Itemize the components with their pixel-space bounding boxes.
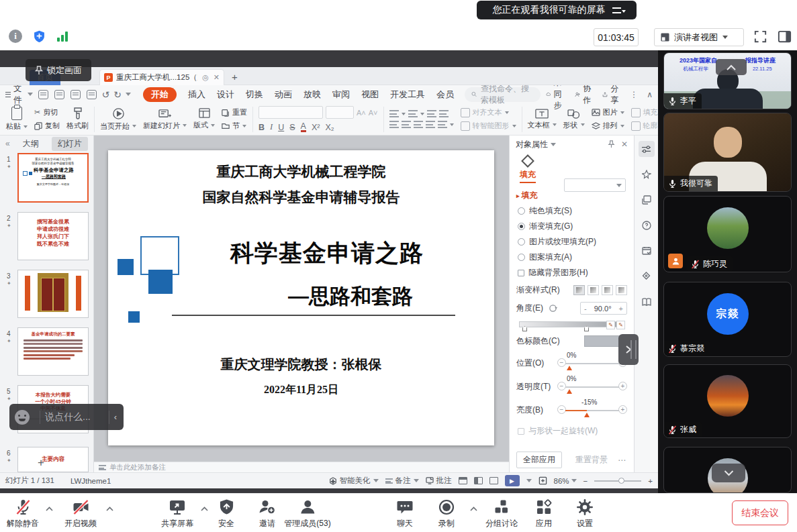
collapse-panel-icon[interactable]: «	[5, 139, 10, 148]
close-panel-icon[interactable]: ✕	[621, 140, 628, 149]
banner-menu-icon[interactable]	[612, 7, 621, 13]
reset-background-label[interactable]: 重置背景	[575, 454, 608, 466]
gradient-style-3[interactable]	[602, 285, 613, 295]
cut-button[interactable]: ✂剪切	[34, 107, 60, 117]
scroll-participants-down-button[interactable]	[712, 464, 745, 482]
picture-button[interactable]: 图片	[592, 107, 624, 117]
share-button[interactable]: 分享	[602, 83, 621, 106]
zoom-slider[interactable]	[594, 478, 641, 484]
fill-property-tab[interactable]: 填充	[516, 154, 539, 183]
reader-strip-icon[interactable]	[639, 294, 655, 310]
gradient-style-1[interactable]	[573, 285, 585, 295]
paste-button[interactable]: 粘贴	[3, 105, 31, 134]
superscript-button[interactable]: X²	[312, 123, 320, 132]
gradient-style-2[interactable]	[588, 285, 599, 295]
apps-button[interactable]: 应用	[535, 498, 553, 529]
zoom-in-button[interactable]: +	[648, 477, 653, 485]
preview-icon[interactable]	[87, 90, 97, 99]
close-tab-icon[interactable]: ✕	[214, 73, 220, 82]
slide-thumbnail-3[interactable]	[17, 270, 89, 318]
align-right-icon[interactable]	[414, 121, 423, 128]
remove-stop-button[interactable]: ✎	[616, 321, 625, 329]
section-button[interactable]: 节	[222, 121, 247, 131]
add-stop-button[interactable]: ✎	[606, 321, 615, 329]
current-slide[interactable]: 重庆工商大学机械工程学院 国家自然科学基金申请辅导报告 科学基金申请之路 —思路…	[108, 150, 494, 445]
print-icon[interactable]	[71, 90, 81, 99]
collapse-chat-icon[interactable]: ‹	[114, 412, 117, 422]
record-button[interactable]: 录制	[438, 498, 455, 529]
subscript-button[interactable]: X₂	[325, 123, 334, 132]
undo-icon[interactable]: ↺	[102, 89, 110, 100]
network-signal-icon[interactable]	[55, 29, 70, 44]
manage-members-button[interactable]: 管理成员(53)	[284, 498, 330, 529]
view-mode-dropdown[interactable]: 演讲者视图	[654, 28, 744, 46]
to-smartart-button[interactable]: 转智能图形	[461, 121, 516, 131]
quick-chat-widget[interactable]: 说点什么... ‹	[9, 404, 124, 430]
schedule-strip-icon[interactable]	[639, 243, 655, 259]
add-slide-button[interactable]: +	[38, 456, 44, 470]
side-panel-toggle-button[interactable]	[777, 29, 792, 44]
arrange-button[interactable]: 排列	[592, 121, 624, 131]
tab-slideshow[interactable]: 放映	[303, 89, 321, 101]
indent-decrease-icon[interactable]	[427, 110, 436, 117]
fill-option-pattern[interactable]: 图案填充(A)	[518, 252, 634, 263]
tab-review[interactable]: 审阅	[332, 89, 350, 101]
fill-option-solid[interactable]: 纯色填充(S)	[518, 205, 634, 217]
zoom-level[interactable]: 86%	[554, 476, 577, 485]
slides-tab[interactable]: 幻灯片	[52, 137, 88, 151]
notes-toggle-button[interactable]: 备注	[385, 476, 419, 486]
slide-thumbnail-6[interactable]: 主要内容	[17, 447, 89, 472]
breakout-rooms-button[interactable]: 分组讨论	[485, 498, 518, 529]
slideshow-play-button[interactable]: ▶	[505, 475, 520, 486]
mute-options-caret[interactable]	[46, 507, 53, 511]
font-color-button[interactable]: A	[301, 123, 306, 132]
location-strip-icon[interactable]	[639, 268, 655, 284]
emoji-icon[interactable]	[15, 410, 30, 425]
play-options-icon[interactable]	[526, 479, 532, 485]
more-menu-icon[interactable]: ⋮	[630, 90, 638, 99]
textbox-button[interactable]: 文本框	[524, 105, 560, 134]
end-meeting-button[interactable]: 结束会议	[732, 500, 788, 525]
panel-more-icon[interactable]: ⋯	[618, 456, 627, 465]
chat-button[interactable]: 聊天	[396, 498, 414, 529]
share-options-caret[interactable]	[201, 507, 208, 511]
brightness-slider[interactable]: −+ -15%	[557, 403, 627, 417]
participant-tile-chenqiaoling[interactable]: 陈巧灵	[663, 196, 792, 272]
slide-editor-canvas[interactable]: 重庆工商大学机械工程学院 国家自然科学基金申请辅导报告 科学基金申请之路 —思路…	[94, 136, 509, 462]
tab-animation[interactable]: 动画	[275, 89, 292, 101]
play-from-page-button[interactable]: 当页开始	[97, 105, 140, 134]
new-tab-button[interactable]: +	[232, 71, 238, 83]
smart-beautify-button[interactable]: 智能美化	[329, 476, 379, 486]
save-icon[interactable]	[38, 90, 48, 99]
tab-transition[interactable]: 切换	[246, 89, 263, 101]
layout-button[interactable]: 版式	[190, 105, 218, 134]
outline-tab[interactable]: 大纲	[17, 137, 45, 151]
tab-design[interactable]: 设计	[217, 89, 234, 101]
settings-button[interactable]: 设置	[576, 498, 594, 529]
align-text-button[interactable]: 对齐文本	[461, 107, 516, 117]
video-options-caret[interactable]	[106, 507, 113, 511]
lock-screen-button[interactable]: 锁定画面	[26, 59, 91, 81]
fill-option-picture[interactable]: 图片或纹理填充(P)	[518, 236, 634, 248]
record-options-caret[interactable]	[470, 507, 477, 511]
invite-button[interactable]: 邀请	[259, 498, 276, 529]
gradient-style-4[interactable]	[616, 285, 627, 295]
tab-view[interactable]: 视图	[361, 89, 379, 101]
gradient-stop-1[interactable]	[522, 326, 527, 331]
italic-button[interactable]: I	[270, 122, 273, 132]
gradient-stop-2[interactable]	[584, 326, 589, 331]
slide-thumbnail-1[interactable]: 重庆工商大学机械工程学院 国家自然科学基金申请辅导报告 科学基金申请之路 —思路…	[17, 153, 89, 203]
font-decrease[interactable]: A˅	[369, 109, 378, 117]
font-family-select[interactable]	[259, 106, 323, 119]
collaborate-button[interactable]: 协作	[575, 83, 594, 106]
justify-icon[interactable]	[426, 121, 435, 128]
pin-tab-icon[interactable]: ◎	[202, 73, 209, 82]
read-view-icon[interactable]	[489, 477, 498, 484]
font-size-select[interactable]	[326, 106, 354, 119]
tab-devtools[interactable]: 开发工具	[390, 89, 425, 101]
tab-insert[interactable]: 插入	[188, 89, 205, 101]
collapse-videos-button[interactable]	[716, 59, 747, 75]
effects-strip-icon[interactable]	[639, 166, 655, 182]
selection-strip-icon[interactable]	[639, 192, 655, 208]
fullscreen-button[interactable]	[753, 29, 768, 44]
